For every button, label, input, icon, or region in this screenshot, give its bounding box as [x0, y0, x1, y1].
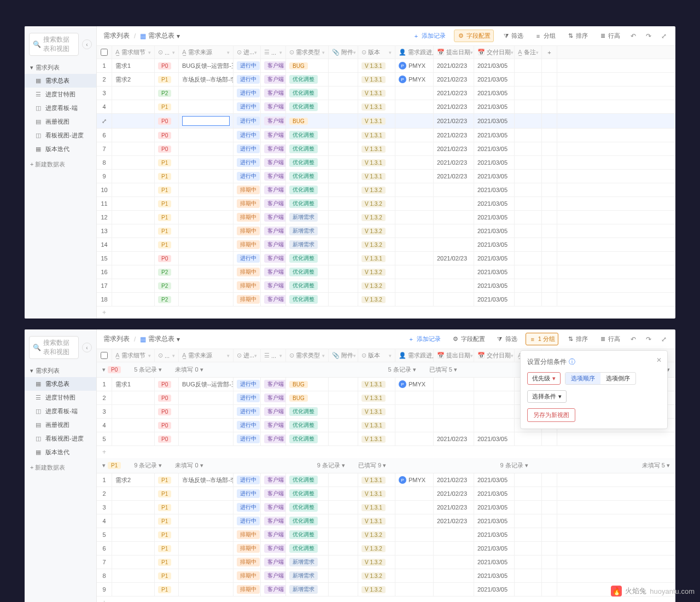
cell-source[interactable]	[179, 542, 234, 555]
cell-name[interactable]	[112, 419, 155, 432]
cell-progress[interactable]: 进行中	[234, 473, 261, 487]
cell-attachment[interactable]	[329, 391, 358, 404]
cell-source[interactable]	[179, 405, 234, 418]
table-row[interactable]: 10P1排期中客户端优化调整V 1.3.22021/03/05	[97, 183, 675, 197]
table-row[interactable]: 11P1排期中客户端优化调整V 1.3.22021/03/05	[97, 197, 675, 211]
sidebar-group-label[interactable]: ▾ 需求列表	[25, 364, 96, 377]
sidebar-item[interactable]: ▤画册视图	[25, 115, 96, 129]
cell-owner[interactable]	[395, 569, 434, 582]
cell-progress[interactable]: 排期中	[234, 238, 261, 251]
cell-source[interactable]	[179, 501, 234, 514]
cell-deliver-date[interactable]: 2021/03/05	[474, 432, 515, 445]
cell-submit-date[interactable]	[434, 583, 474, 596]
cell-source[interactable]: 市场反馈--市场部-李小明	[179, 473, 234, 487]
cell-source[interactable]	[179, 142, 234, 155]
cell-submit-date[interactable]	[434, 391, 474, 404]
cell-priority[interactable]: P1	[155, 224, 179, 238]
cell-attachment[interactable]	[329, 183, 358, 196]
cell-priority[interactable]: P1	[155, 487, 179, 500]
add-row-button[interactable]: +	[97, 306, 675, 319]
cell-priority[interactable]: P1	[155, 156, 179, 169]
save-as-view-button[interactable]: 另存为新视图	[527, 408, 575, 422]
sidebar-item[interactable]: ▦版本迭代	[25, 142, 96, 156]
cell-note[interactable]	[515, 156, 542, 169]
cell-platform[interactable]: 客户端	[261, 569, 286, 582]
breadcrumb-current[interactable]: ▦ 需求总表 ▾	[140, 334, 180, 344]
cell-progress[interactable]: 排期中	[234, 542, 261, 555]
cell-priority[interactable]: P0	[155, 114, 179, 128]
search-input[interactable]: 🔍 搜索数据表和视图	[29, 336, 79, 359]
cell-priority[interactable]: P2	[155, 265, 179, 279]
table-row[interactable]: 8P1排期中客户端新增需求V 1.3.22021/03/05	[97, 569, 675, 583]
cell-note[interactable]	[515, 487, 542, 500]
cell-attachment[interactable]	[329, 514, 358, 528]
group-field-select[interactable]: 优先级 ▾	[527, 372, 561, 385]
cell-deliver-date[interactable]: 2021/03/05	[474, 555, 515, 569]
cell-owner[interactable]	[395, 542, 434, 555]
cell-progress[interactable]: 排期中	[234, 197, 261, 210]
cell-deliver-date[interactable]: 2021/03/05	[474, 100, 515, 113]
add-condition-select[interactable]: 选择条件 ▾	[527, 390, 567, 403]
cell-deliver-date[interactable]: 2021/03/05	[474, 487, 515, 500]
cell-note[interactable]	[515, 59, 542, 72]
cell-priority[interactable]: P0	[155, 391, 179, 404]
cell-owner[interactable]	[395, 555, 434, 569]
table-row[interactable]: 3P1进行中客户端优化调整V 1.3.12021/02/232021/03/05	[97, 501, 675, 514]
cell-type[interactable]: 优化调整	[286, 405, 329, 418]
editing-cell[interactable]	[182, 116, 230, 126]
cell-priority[interactable]: P1	[155, 73, 179, 86]
redo-button[interactable]: ↷	[644, 334, 654, 344]
cell-version[interactable]: V 1.3.1	[358, 514, 395, 528]
filter-button[interactable]: ⧩筛选	[493, 333, 520, 345]
cell-attachment[interactable]	[329, 378, 358, 391]
cell-source[interactable]	[179, 224, 234, 238]
cell-submit-date[interactable]: 2021/02/23	[434, 487, 474, 500]
cell-deliver-date[interactable]: 2021/03/05	[474, 156, 515, 169]
cell-platform[interactable]: 客户端	[261, 100, 286, 113]
cell-priority[interactable]: P1	[155, 542, 179, 555]
cell-name[interactable]	[112, 183, 155, 196]
table-row[interactable]: 1需求2P1市场反馈--市场部-李小明进行中客户端优化调整V 1.3.1PPMY…	[97, 473, 675, 487]
cell-version[interactable]: V 1.3.1	[358, 170, 395, 183]
col-submit-date[interactable]: 📅提出日期▾	[434, 46, 474, 59]
cell-type[interactable]: 优化调整	[286, 419, 329, 432]
cell-priority[interactable]: P1	[155, 473, 179, 487]
cell-source[interactable]	[179, 293, 234, 306]
cell-name[interactable]	[112, 238, 155, 251]
sidebar-item[interactable]: ◫进度看板-端	[25, 404, 96, 418]
cell-deliver-date[interactable]: 2021/03/05	[474, 114, 515, 128]
cell-platform[interactable]: 客户端	[261, 129, 286, 142]
cell-deliver-date[interactable]: 2021/03/05	[474, 86, 515, 100]
cell-type[interactable]: 优化调整	[286, 473, 329, 487]
cell-submit-date[interactable]	[434, 265, 474, 279]
cell-name[interactable]	[112, 514, 155, 528]
cell-platform[interactable]: 客户端	[261, 86, 286, 100]
cell-source[interactable]	[179, 156, 234, 169]
col-platform[interactable]: ☰...▾	[261, 349, 286, 362]
cell-owner[interactable]	[395, 265, 434, 279]
cell-type[interactable]: 新增需求	[286, 211, 329, 224]
table-row[interactable]: ⤢P0进行中客户端BUGV 1.3.12021/02/232021/03/05	[97, 114, 675, 129]
cell-name[interactable]	[112, 114, 155, 128]
cell-deliver-date[interactable]: 2021/03/05	[474, 569, 515, 582]
cell-priority[interactable]: P1	[155, 183, 179, 196]
col-type[interactable]: ⊙需求类型▾	[286, 349, 329, 362]
cell-owner[interactable]	[395, 293, 434, 306]
cell-progress[interactable]: 进行中	[234, 114, 261, 128]
col-progress[interactable]: ⊙进...▾	[234, 46, 261, 59]
cell-source[interactable]	[179, 183, 234, 196]
cell-progress[interactable]: 进行中	[234, 86, 261, 100]
cell-note[interactable]	[515, 293, 542, 306]
cell-submit-date[interactable]	[434, 542, 474, 555]
cell-deliver-date[interactable]: 2021/03/05	[474, 514, 515, 528]
cell-name[interactable]	[112, 555, 155, 569]
cell-deliver-date[interactable]: 2021/03/05	[474, 293, 515, 306]
sidebar-item[interactable]: ▤画册视图	[25, 418, 96, 432]
cell-version[interactable]: V 1.3.1	[358, 487, 395, 500]
cell-name[interactable]: 需求2	[112, 473, 155, 487]
table-row[interactable]: 17P2排期中客户端优化调整V 1.3.22021/03/05	[97, 279, 675, 293]
order-asc-button[interactable]: 选项顺序	[565, 373, 600, 384]
cell-priority[interactable]: P2	[155, 86, 179, 100]
cell-note[interactable]	[515, 252, 542, 265]
cell-attachment[interactable]	[329, 487, 358, 500]
